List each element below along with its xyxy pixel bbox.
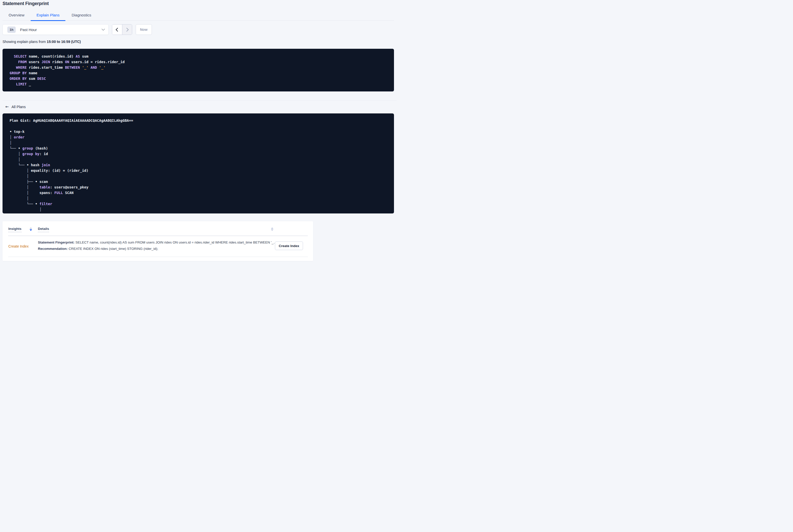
recommendation-line: Recommendation: CREATE INDEX ON rides (s…	[38, 247, 278, 251]
prev-time-button[interactable]	[112, 24, 122, 35]
insight-details-cell: Statement Fingerprint: SELECT name, coun…	[38, 240, 278, 253]
tab-overview[interactable]: Overview	[2, 11, 31, 20]
insight-type-label: Create Index	[8, 244, 29, 248]
sql-statement-block: SELECT name, count(rides.id) AS sum FROM…	[2, 49, 394, 92]
sort-up-triangle	[271, 227, 273, 229]
statement-fingerprint-text: SELECT name, count(rides.id) AS sum FROM…	[75, 241, 277, 244]
chevron-right-icon	[125, 27, 129, 32]
section-divider	[2, 100, 396, 101]
showing-plans-prefix: Showing explain plans from	[2, 40, 47, 44]
all-plans-label: All Plans	[12, 105, 25, 109]
statement-fingerprint-label: Statement Fingerprint:	[38, 241, 75, 244]
time-pager	[112, 24, 132, 35]
plan-gist-block: Plan Gist: AgHUAQIABQAAAHYAQIAiAEAAAADCQ…	[2, 113, 394, 213]
create-index-button[interactable]: Create Index	[275, 242, 303, 250]
insights-card: Insights Details Create Index Statement …	[2, 221, 313, 261]
time-range-label: Past Hour	[20, 27, 102, 32]
statement-fingerprint-page: Statement Fingerprint Overview Explain P…	[0, 1, 396, 261]
recommendation-label: Recommendation:	[38, 247, 68, 251]
page-title: Statement Fingerprint	[2, 1, 394, 6]
showing-plans-text: Showing explain plans from 15:00 to 16:5…	[2, 40, 394, 44]
table-row-divider	[8, 256, 308, 257]
next-time-button[interactable]	[122, 24, 132, 35]
now-button[interactable]: Now	[136, 24, 152, 35]
tab-diagnostics-label: Diagnostics	[72, 13, 91, 17]
statement-fingerprint-line: Statement Fingerprint: SELECT name, coun…	[38, 240, 278, 245]
all-plans-link[interactable]: ← All Plans	[5, 105, 26, 109]
tab-overview-label: Overview	[8, 13, 24, 17]
sort-up-triangle	[30, 227, 32, 229]
recommendation-text: CREATE INDEX ON rides (start_time) STORI…	[68, 247, 158, 251]
sort-down-triangle	[271, 229, 273, 231]
column-header-details[interactable]: Details	[38, 227, 49, 232]
chevron-left-icon	[116, 27, 120, 32]
time-range-select[interactable]: 1h Past Hour	[2, 24, 109, 35]
back-arrow-icon: ←	[5, 105, 8, 109]
column-header-insights[interactable]: Insights	[8, 227, 21, 232]
time-toolbar: 1h Past Hour Now	[2, 24, 394, 35]
time-range-badge: 1h	[7, 26, 16, 33]
tab-bar: Overview Explain Plans Diagnostics	[2, 11, 394, 21]
tab-diagnostics[interactable]: Diagnostics	[65, 11, 97, 20]
sort-down-triangle	[30, 229, 32, 231]
sort-icon-insights[interactable]	[30, 227, 32, 231]
chevron-down-icon	[101, 27, 105, 31]
tab-explain-plans[interactable]: Explain Plans	[31, 11, 66, 20]
sort-icon-details[interactable]	[271, 227, 273, 231]
showing-plans-range: 15:00 to 16:59 (UTC)	[47, 40, 81, 44]
tab-explain-plans-label: Explain Plans	[37, 13, 60, 17]
